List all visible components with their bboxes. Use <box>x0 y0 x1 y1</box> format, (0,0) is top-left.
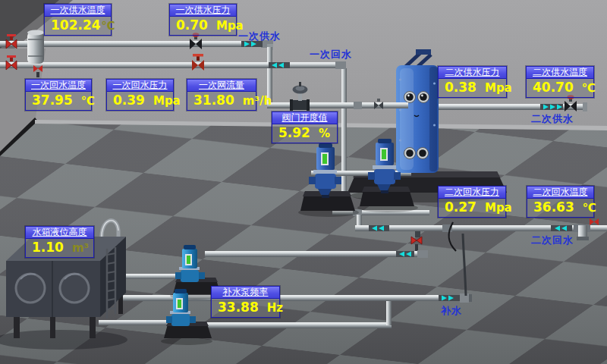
panel-unit: Hz <box>267 301 283 315</box>
panel-unit: Mpa <box>485 81 512 95</box>
panel-secondary-supply-pressure: 二次供水压力 0.38Mpa <box>438 66 507 98</box>
panel-unit: m³ <box>72 241 89 255</box>
panel-title: 二次回水压力 <box>439 187 505 199</box>
panel-value: 0.27 <box>445 199 476 215</box>
panel-title: 一次网流量 <box>187 80 256 92</box>
panel-value: 31.80 <box>193 93 234 108</box>
panel-primary-supply-pressure: 一次供水压力 0.70Mpa <box>169 4 237 36</box>
panel-unit: % <box>319 127 330 140</box>
flow-arrow-icon <box>396 251 414 257</box>
pipe-label-makeup-water: 补水 <box>441 304 462 318</box>
panel-makeup-pump-freq: 补水泵频率 33.88Hz <box>211 286 280 318</box>
panel-title: 一次供水温度 <box>45 5 111 17</box>
flow-arrow-icon <box>369 225 389 231</box>
panel-secondary-return-temp: 二次回水温度 36.63℃ <box>527 186 594 218</box>
panel-secondary-return-pressure: 二次回水压力 0.27Mpa <box>438 186 506 218</box>
panel-valve-opening: 阀门开度值 5.92% <box>272 111 338 143</box>
panel-value: 37.95 <box>32 93 73 108</box>
pipe-label-primary-return: 一次回水 <box>310 48 352 61</box>
panel-unit: Mpa <box>485 201 512 215</box>
pipe-label-secondary-return: 二次回水 <box>531 234 574 247</box>
flow-arrow-icon <box>439 295 460 301</box>
plant-3d-scene <box>0 0 607 364</box>
panel-value: 0.70 <box>176 17 208 33</box>
panel-value: 0.38 <box>445 80 476 95</box>
panel-unit: ℃ <box>102 19 115 33</box>
panel-secondary-supply-temp: 二次供水温度 40.70℃ <box>526 66 594 98</box>
panel-title: 阀门开度值 <box>272 112 337 124</box>
panel-unit: ℃ <box>583 201 596 215</box>
panel-primary-return-temp: 一次回水温度 37.95℃ <box>25 79 92 111</box>
hmi-screen: 一次供水温度 102.24℃ 一次供水压力 0.70Mpa 一次回水温度 37.… <box>0 0 607 364</box>
panel-unit: Mpa <box>153 94 181 108</box>
panel-title: 水箱液位高度 <box>26 227 93 239</box>
panel-primary-network-flow: 一次网流量 31.80m³/h <box>187 79 256 111</box>
panel-title: 二次供水压力 <box>439 67 506 79</box>
panel-title: 二次供水温度 <box>527 67 593 79</box>
flow-arrow-icon <box>269 62 290 68</box>
pipe-label-primary-supply: 一次供水 <box>238 30 281 43</box>
panel-title: 一次回水温度 <box>26 80 91 92</box>
flow-arrow-icon <box>540 104 563 110</box>
panel-title: 一次供水压力 <box>170 5 236 17</box>
panel-tank-level: 水箱液位高度 1.10m³ <box>25 226 94 258</box>
panel-value: 40.70 <box>533 80 574 95</box>
panel-title: 补水泵频率 <box>212 287 279 299</box>
primary-return-pipe <box>0 61 346 69</box>
panel-unit: ℃ <box>582 81 596 95</box>
panel-title: 二次回水温度 <box>527 187 593 199</box>
flow-arrow-icon <box>551 225 572 231</box>
panel-value: 36.63 <box>533 199 574 215</box>
control-valve-pipe <box>267 102 408 109</box>
panel-unit: m³/h <box>243 94 272 108</box>
panel-value: 102.24 <box>51 17 101 33</box>
pipe-label-secondary-supply: 二次供水 <box>531 112 574 126</box>
panel-value: 5.92 <box>278 125 310 140</box>
panel-value: 1.10 <box>32 240 64 255</box>
panel-unit: ℃ <box>81 94 95 108</box>
panel-value: 33.88 <box>218 300 259 315</box>
panel-value: 0.39 <box>113 93 145 108</box>
panel-primary-supply-temp: 一次供水温度 102.24℃ <box>44 4 112 36</box>
panel-primary-return-pressure: 一次回水压力 0.39Mpa <box>106 79 174 111</box>
plate-heat-exchanger[interactable] <box>396 49 439 173</box>
panel-title: 一次回水压力 <box>107 80 173 92</box>
